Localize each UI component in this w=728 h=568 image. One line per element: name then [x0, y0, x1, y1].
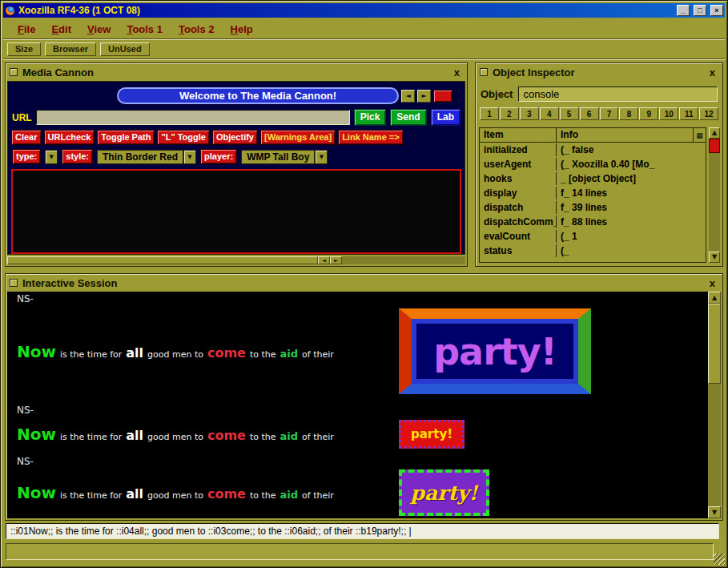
- scrollbar-thumb[interactable]: [708, 304, 721, 384]
- scroll-down-button[interactable]: ▼: [709, 252, 720, 263]
- object-inspector-title: Object Inspector: [493, 66, 702, 79]
- lab-button[interactable]: Lab: [431, 109, 461, 126]
- scrollbar-thumb[interactable]: [709, 139, 720, 153]
- table-row[interactable]: dispatch f_ 39 lines: [480, 200, 706, 215]
- media-cannon-close-button[interactable]: x: [451, 66, 463, 79]
- table-row[interactable]: status (_: [480, 244, 706, 258]
- hscroll-thumb[interactable]: [7, 256, 318, 264]
- session-scrollbar[interactable]: ▲ ▼: [708, 292, 721, 518]
- inspector-tab-1[interactable]: 1: [480, 107, 499, 120]
- link-name-button[interactable]: Link Name =>: [338, 130, 404, 145]
- l-toggle-button[interactable]: "L" Toggle: [157, 130, 209, 145]
- welcome-banner[interactable]: Welcome to The Media Cannon!: [117, 87, 399, 104]
- table-row[interactable]: evalCount (_ 1: [480, 229, 706, 244]
- urlcheck-button[interactable]: URLcheck: [44, 130, 95, 145]
- object-name-input[interactable]: console: [518, 87, 718, 102]
- type-style-row: type: ▼ style: Thin Border Red ▼ player:…: [8, 145, 465, 164]
- inspector-tab-8[interactable]: 8: [619, 107, 638, 120]
- word-now: Now: [17, 342, 56, 361]
- scroll-up-button[interactable]: ▲: [709, 127, 720, 139]
- table-grid-button[interactable]: ▦: [693, 128, 706, 142]
- table-row[interactable]: dispatchComm_ f_ 88 lines: [480, 215, 706, 229]
- clear-button[interactable]: Clear: [11, 130, 42, 145]
- interactive-session-panel: Interactive Session x NS- Now is the tim…: [5, 273, 723, 521]
- style-button[interactable]: style:: [62, 149, 93, 164]
- prompt-label: NS-: [17, 456, 708, 467]
- inspector-tab-2[interactable]: 2: [500, 107, 519, 120]
- table-row[interactable]: initialized (_ false: [480, 143, 706, 157]
- word-segment: of their: [302, 349, 334, 360]
- word-now: Now: [17, 425, 56, 444]
- inspector-tab-7[interactable]: 7: [600, 107, 619, 120]
- inspector-tab-12[interactable]: 12: [699, 107, 718, 120]
- inspector-scrollbar[interactable]: ▲ ▼: [709, 127, 720, 263]
- object-inspector-close-button[interactable]: x: [706, 66, 718, 79]
- session-output: NS- Now is the time for all good men to …: [7, 292, 708, 518]
- scroll-down-button[interactable]: ▼: [708, 506, 721, 518]
- player-button[interactable]: player:: [200, 149, 237, 164]
- object-row: Object console: [476, 81, 722, 102]
- table-row[interactable]: display f_ 14 lines: [480, 186, 706, 200]
- style-dropdown-arrow[interactable]: ▼: [183, 150, 196, 164]
- menu-item-tools2[interactable]: Tools 2: [171, 22, 223, 37]
- inspector-tab-3[interactable]: 3: [520, 107, 539, 120]
- size-button[interactable]: Size: [7, 42, 41, 56]
- inspector-tab-9[interactable]: 9: [639, 107, 658, 120]
- minimize-icon: _: [681, 7, 685, 14]
- objectify-button[interactable]: Objectify: [212, 130, 258, 145]
- hscroll-track[interactable]: [342, 256, 465, 264]
- table-row[interactable]: hooks _ [object Object]: [480, 171, 706, 186]
- menu-item-view[interactable]: View: [79, 22, 119, 37]
- resize-grip[interactable]: [714, 554, 725, 565]
- grid-icon: ▦: [696, 131, 703, 139]
- word-come: come: [207, 486, 246, 502]
- browser-button[interactable]: Browser: [45, 42, 96, 56]
- media-cannon-hscrollbar[interactable]: ◄ ►: [7, 256, 465, 264]
- scroll-up-button[interactable]: ▲: [708, 292, 721, 304]
- player-select[interactable]: WMP Tall Boy ▼: [241, 150, 328, 164]
- word-segment: to the: [250, 490, 276, 501]
- type-button[interactable]: type:: [12, 149, 41, 164]
- unused-button[interactable]: UnUsed: [100, 42, 150, 56]
- word-all: all: [126, 345, 143, 361]
- inspector-tab-6[interactable]: 6: [580, 107, 599, 120]
- panel-icon: [480, 68, 488, 76]
- hscroll-left-button[interactable]: ◄: [318, 256, 330, 264]
- word-come: come: [207, 345, 246, 361]
- inspector-tab-11[interactable]: 11: [679, 107, 698, 120]
- word-segment: good men to: [147, 490, 203, 501]
- stop-button[interactable]: [433, 90, 452, 103]
- toggle-path-button[interactable]: Toggle Path: [97, 130, 155, 145]
- media-next-button[interactable]: ►: [417, 90, 431, 103]
- inspector-tab-10[interactable]: 10: [659, 107, 678, 120]
- table-row[interactable]: userAgent (_ Xoozilla 0.40 [Mo_: [480, 157, 706, 171]
- scrollbar-track[interactable]: [709, 153, 720, 252]
- scrollbar-track[interactable]: [708, 384, 721, 506]
- command-input[interactable]: [6, 523, 719, 539]
- hscroll-right-button[interactable]: ►: [330, 256, 342, 264]
- close-button[interactable]: ×: [710, 5, 723, 16]
- minimize-button[interactable]: _: [677, 5, 690, 16]
- type-dropdown-arrow[interactable]: ▼: [45, 150, 58, 164]
- sentence-line: Now is the time for all good men to come…: [17, 342, 399, 361]
- menu-item-file[interactable]: File: [10, 22, 43, 37]
- session-close-button[interactable]: x: [706, 277, 718, 289]
- inspector-tab-5[interactable]: 5: [560, 107, 579, 120]
- menu-item-edit[interactable]: Edit: [43, 22, 79, 37]
- word-segment: to the: [250, 432, 276, 442]
- table-header: Item Info ▦: [480, 128, 706, 143]
- inspector-tab-4[interactable]: 4: [540, 107, 559, 120]
- maximize-button[interactable]: □: [694, 5, 706, 16]
- chevron-down-icon: ▼: [187, 154, 191, 160]
- inspector-tabs: 1 2 3 4 5 6 7 8 9 10 11 12: [476, 102, 722, 120]
- media-prev-button[interactable]: ◄: [401, 90, 415, 103]
- player-dropdown-arrow[interactable]: ▼: [315, 150, 328, 164]
- url-input[interactable]: [36, 110, 350, 125]
- menu-item-tools1[interactable]: Tools 1: [119, 22, 171, 37]
- menu-item-help[interactable]: Help: [223, 22, 261, 37]
- style-select[interactable]: Thin Border Red ▼: [97, 150, 196, 164]
- send-button[interactable]: Send: [390, 109, 426, 126]
- pick-button[interactable]: Pick: [354, 109, 387, 126]
- down-arrow-icon: ▼: [712, 510, 717, 516]
- warnings-area-button[interactable]: [Warnings Area]: [260, 130, 336, 145]
